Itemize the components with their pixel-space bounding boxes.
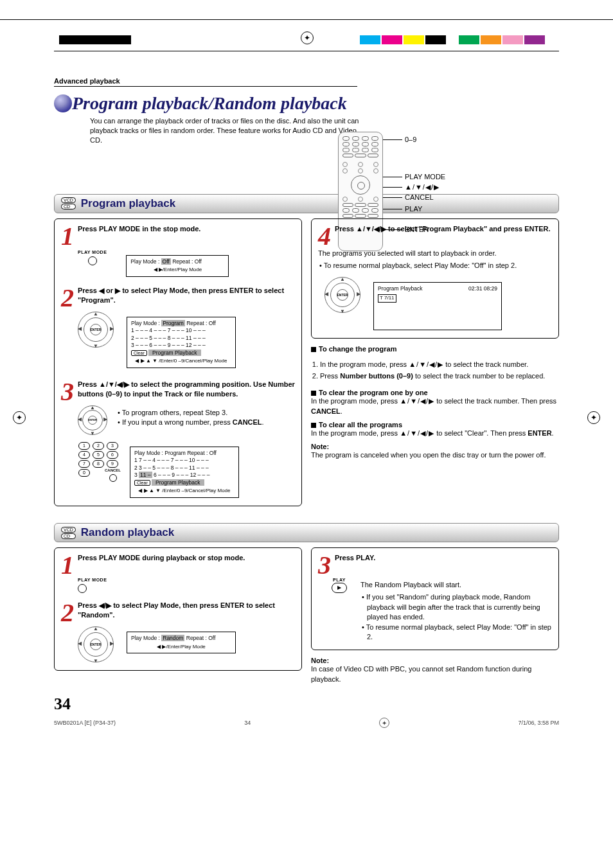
disc-badges: VCD CD	[61, 527, 76, 539]
osd-track: T 7/11	[378, 294, 396, 303]
osd-step2: Play Mode : Program Repeat : Off 1 – – –…	[127, 317, 236, 368]
dpad-icon	[351, 175, 370, 195]
step4-body: The programs you selected will start to …	[318, 249, 552, 258]
badge-cd: CD	[61, 204, 76, 209]
osd-highlight: Off	[161, 258, 171, 265]
registration-mark-icon	[301, 31, 314, 44]
step3-text: Press ▲/▼/◀/▶ to select the programming …	[61, 380, 295, 399]
square-bullet-icon	[311, 391, 316, 396]
osd-step4: Program Playback 02:31 08:29 T 7/11	[373, 282, 502, 330]
osd-random: Play Mode : Random Repeat : Off ◀ ▶/Ente…	[127, 632, 236, 653]
step-number: 3	[318, 556, 331, 575]
enter-center: ENTER	[90, 324, 102, 335]
osd-step1: Play Mode : Off Repeat : Off ◀ ▶/Enter/P…	[126, 255, 229, 277]
band-title-random: Random playback	[81, 526, 175, 539]
rand-step3-bullets: If you set "Random" during playback mode…	[360, 592, 552, 642]
band-title-program: Program playback	[81, 197, 175, 210]
crop-marks	[0, 19, 613, 71]
step4-text: Press ▲/▼/◀/▶ to select "Program Playbac…	[318, 224, 552, 234]
intro-text: You can arrange the playback order of tr…	[90, 116, 360, 145]
square-bullet-icon	[311, 347, 316, 352]
registration-mark-icon: ✦	[379, 718, 389, 728]
disc-badges: VCD CD	[61, 197, 76, 209]
page-number: 34	[54, 695, 559, 714]
note-title: Note:	[311, 443, 559, 450]
rand-step1-text: Press PLAY MODE during playback or stop …	[61, 553, 295, 563]
remote-label-arrows: ▲/▼/◀/▶	[405, 183, 440, 191]
osd-step3: Play Mode : Program Repeat : Off 1 7 – –…	[130, 447, 239, 498]
remote-label-play: PLAY	[405, 205, 422, 213]
enter-pad-icon: ENTER ▲▼◀▶	[78, 626, 114, 662]
footer-left: 5WB0201A [E] (P34-37)	[54, 720, 116, 726]
random-steps-left: 1 Press PLAY MODE during playback or sto…	[54, 547, 302, 671]
page-title: Program playback/Random playback	[54, 93, 559, 114]
playmode-button-icon	[78, 584, 87, 593]
step3-bullets: To program others, repeat Step 3. If you…	[116, 408, 295, 428]
step-number: 2	[61, 288, 74, 308]
enter-pad-icon: ENTER ▲▼◀▶	[324, 277, 360, 313]
change-heading: To change the program	[319, 345, 396, 353]
play-button-icon: ▶	[332, 583, 347, 593]
osd-caption: ◀ ▶/Enter/Play Mode	[130, 267, 224, 274]
step-number: 1	[61, 556, 74, 575]
enter-pad-icon: ENTER ▲▼◀▶	[78, 312, 114, 348]
step4-bullets: To resume normal playback, select Play M…	[318, 261, 552, 270]
remote-label-numbers: 0–9	[405, 136, 416, 143]
program-steps-left: 1 Press PLAY MODE in the stop mode. PLAY…	[54, 218, 302, 507]
step-number: 4	[318, 227, 331, 246]
remote-label-cancel: CANCEL	[405, 193, 434, 201]
playmode-label: PLAY MODE	[78, 250, 107, 254]
section-label: Advanced playback	[54, 77, 357, 87]
clear-all-heading: To clear all the programs	[319, 421, 402, 429]
clear-one-heading: To clear the program one by one	[319, 389, 428, 396]
step2-text: Press ◀ or ▶ to select Play Mode, then p…	[61, 286, 295, 305]
step-number: 3	[61, 382, 74, 402]
registration-bar	[59, 35, 111, 44]
rand-step3-text: Press PLAY.	[318, 553, 552, 563]
footer-mid: 34	[244, 720, 251, 726]
change-program-section: To change the program In the program mod…	[311, 345, 559, 460]
cancel-button-icon	[109, 474, 117, 482]
rand-step2-text: Press ◀/▶ to select Play Mode, then pres…	[61, 601, 295, 620]
step1-text: Press PLAY MODE in the stop mode.	[61, 224, 295, 234]
step-number: 2	[61, 603, 74, 623]
program-step4-box: 4 Press ▲/▼/◀/▶ to select "Program Playb…	[311, 218, 559, 339]
rand-step3-body: The Random Playback will start.	[360, 580, 552, 590]
number-pad-illustration: 123 456 789 0 CANCEL	[78, 441, 121, 483]
remote-label-playmode: PLAY MODE	[405, 173, 445, 181]
random-note-body: In case of Video CD with PBC, you cannot…	[311, 664, 559, 684]
badge-vcd: VCD	[61, 197, 76, 203]
step-number: 1	[61, 227, 74, 246]
square-bullet-icon	[311, 423, 316, 428]
registration-bar	[111, 35, 131, 44]
random-step3-box: 3 Press PLAY. PLAY ▶ The Random Playback…	[311, 547, 559, 650]
enter-pad-icon: ENTER ▲▼◀▶	[78, 405, 107, 435]
color-registration-blocks	[360, 35, 545, 44]
footer-right: 7/1/06, 3:58 PM	[518, 720, 559, 726]
cancel-bold: CANCEL	[233, 418, 262, 426]
playmode-button-icon	[88, 256, 97, 265]
print-footer: 5WB0201A [E] (P34-37) 34 ✦ 7/1/06, 3:58 …	[54, 718, 559, 728]
note-body: The program is canceled when you open th…	[311, 450, 559, 460]
sphere-icon	[54, 94, 72, 112]
page-title-text: Program playback/Random playback	[72, 93, 347, 113]
section-band-random: VCD CD Random playback	[54, 523, 559, 542]
random-note-title: Note:	[311, 657, 559, 664]
